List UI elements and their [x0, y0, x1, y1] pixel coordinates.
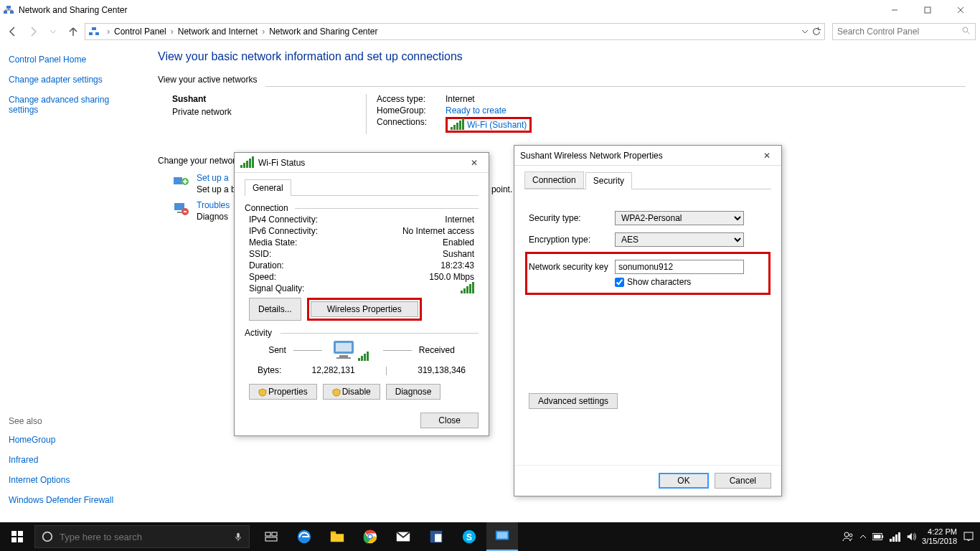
edge-icon[interactable] [288, 522, 320, 551]
search-input[interactable] [837, 27, 962, 37]
sidebar-home[interactable]: Control Panel Home [9, 55, 135, 65]
wireless-properties-button[interactable]: Wireless Properties [311, 301, 418, 317]
close-button[interactable] [944, 0, 977, 20]
notifications-icon[interactable] [963, 531, 974, 542]
chevron-right-icon: › [107, 27, 110, 37]
microphone-icon[interactable] [233, 532, 243, 542]
taskbar-clock[interactable]: 4:22 PM 3/15/2018 [922, 527, 957, 546]
sent-label: Sent [268, 345, 286, 355]
maximize-button[interactable] [911, 0, 944, 20]
svg-point-43 [849, 534, 852, 537]
taskbar-search-input[interactable] [60, 532, 227, 542]
access-type-label: Access type: [377, 94, 446, 104]
see-also-link[interactable]: HomeGroup [9, 435, 135, 445]
ok-button[interactable]: OK [659, 473, 708, 489]
close-icon[interactable]: ✕ [466, 158, 483, 168]
setup-connection-link[interactable]: Set up a [197, 173, 229, 183]
battery-icon[interactable] [872, 533, 884, 540]
troubleshoot-link[interactable]: Troubles [197, 200, 230, 210]
mail-icon[interactable] [387, 522, 419, 551]
see-also-link[interactable]: Windows Defender Firewall [9, 495, 135, 505]
see-also-link[interactable]: Infrared [9, 455, 135, 465]
properties-button[interactable]: Properties [249, 384, 317, 400]
svg-point-10 [963, 27, 968, 32]
disable-button[interactable]: Disable [323, 384, 380, 400]
back-button[interactable] [4, 23, 22, 40]
tab-general[interactable]: General [245, 179, 291, 196]
svg-rect-28 [272, 532, 277, 536]
search-box[interactable] [832, 23, 976, 40]
cancel-button[interactable]: Cancel [715, 473, 771, 489]
wifi-connection-link[interactable]: Wi-Fi (Sushant) [446, 117, 532, 133]
sidebar-link-sharing[interactable]: Change advanced sharing settings [9, 95, 135, 115]
network-icon [88, 26, 100, 37]
security-type-select[interactable]: WPA2-Personal [615, 211, 744, 225]
nav-bar: › Control Panel › Network and Internet ›… [0, 20, 980, 43]
encryption-type-select[interactable]: AES [615, 232, 744, 247]
svg-rect-7 [89, 32, 93, 35]
svg-rect-1 [10, 11, 14, 14]
svg-text:S: S [466, 532, 472, 542]
svg-rect-31 [331, 532, 336, 534]
file-explorer-icon[interactable] [321, 522, 353, 551]
homegroup-link[interactable]: Ready to create [446, 105, 507, 116]
tray-chevron-icon[interactable] [859, 533, 867, 540]
see-also-link[interactable]: Internet Options [9, 475, 135, 485]
tab-security[interactable]: Security [585, 172, 632, 189]
close-icon[interactable]: ✕ [758, 151, 776, 161]
chrome-icon[interactable] [354, 522, 386, 551]
sidebar-link-adapter[interactable]: Change adapter settings [9, 75, 135, 85]
network-key-input[interactable] [615, 260, 744, 274]
tab-connection[interactable]: Connection [524, 171, 584, 189]
svg-rect-2 [6, 6, 11, 9]
forward-button[interactable] [24, 23, 42, 40]
show-characters-checkbox[interactable] [615, 278, 624, 287]
diagnose-button[interactable]: Diagnose [386, 384, 441, 400]
svg-rect-4 [925, 7, 930, 13]
setup-connection-icon [172, 173, 189, 190]
speed-label: Speed: [249, 272, 276, 282]
taskbar: S 4:22 PM 3/15/2018 [0, 522, 980, 551]
breadcrumb[interactable]: › Control Panel › Network and Internet ›… [85, 23, 825, 40]
wifi-signal-icon [240, 158, 254, 168]
up-button[interactable] [65, 23, 82, 40]
minimize-button[interactable] [878, 0, 911, 20]
control-panel-taskbar-icon[interactable] [486, 522, 518, 551]
media-state-label: Media State: [249, 237, 297, 248]
refresh-icon[interactable] [811, 27, 821, 37]
volume-icon[interactable] [906, 532, 916, 542]
taskbar-search[interactable] [34, 525, 250, 548]
activity-group-label: Activity [245, 328, 272, 338]
security-type-label: Security type: [529, 213, 615, 223]
window-titlebar: Network and Sharing Center [0, 0, 980, 20]
svg-rect-41 [497, 532, 508, 539]
connections-label: Connections: [377, 117, 446, 133]
advanced-settings-button[interactable]: Advanced settings [529, 393, 618, 409]
skype-icon[interactable]: S [453, 522, 485, 551]
breadcrumb-item[interactable]: Network and Internet [178, 27, 258, 37]
breadcrumb-item[interactable]: Control Panel [114, 27, 166, 37]
svg-point-25 [43, 532, 52, 542]
breadcrumb-item[interactable]: Network and Sharing Center [269, 27, 377, 37]
ssid-value: Sushant [443, 249, 474, 259]
svg-rect-19 [339, 355, 348, 357]
start-button[interactable] [0, 522, 34, 551]
wifi-status-dialog: Wi-Fi Status ✕ General Connection IPv4 C… [234, 152, 489, 436]
ipv4-value: Internet [445, 215, 474, 225]
close-button[interactable]: Close [420, 413, 479, 428]
svg-line-11 [968, 32, 970, 34]
details-button[interactable]: Details... [249, 298, 301, 321]
chevron-down-icon[interactable] [801, 28, 809, 35]
svg-rect-12 [174, 177, 182, 184]
svg-rect-20 [336, 357, 351, 359]
people-icon[interactable] [842, 531, 854, 542]
task-view-button[interactable] [255, 522, 287, 551]
svg-rect-23 [11, 537, 17, 542]
network-name: Sushant [172, 94, 366, 104]
recent-dropdown[interactable] [44, 23, 62, 40]
app-icon[interactable] [420, 522, 452, 551]
props-dialog-title: Sushant Wireless Network Properties [520, 151, 758, 161]
ipv6-value: No Internet access [402, 226, 474, 236]
chevron-right-icon: › [171, 27, 174, 37]
wifi-tray-icon[interactable] [890, 532, 900, 542]
